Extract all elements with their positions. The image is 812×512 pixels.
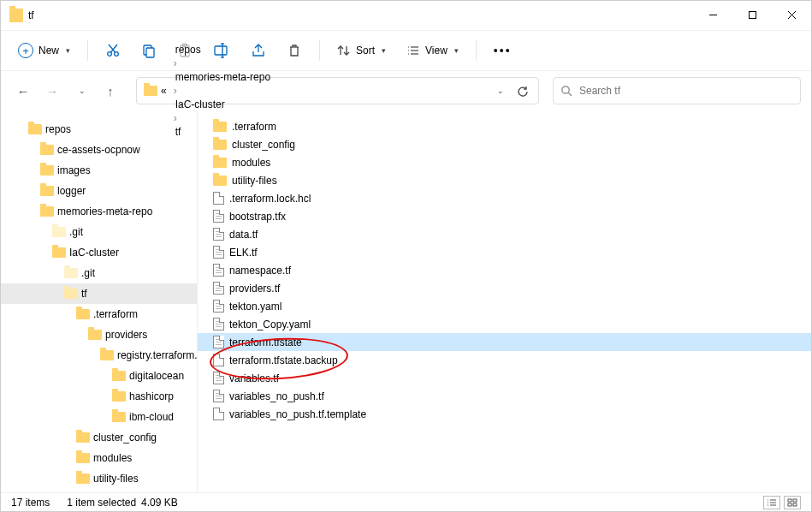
sort-button[interactable]: Sort ▾ [329, 35, 394, 66]
list-item[interactable]: cluster_config [198, 135, 811, 153]
file-name: data.tf [229, 229, 258, 241]
details-view-button[interactable] [763, 496, 780, 509]
svg-rect-32 [788, 499, 791, 502]
trash-icon [287, 43, 302, 58]
list-item[interactable]: terraform.tfstate.backup [198, 351, 811, 369]
chevron-right-icon: › [172, 85, 179, 97]
tree-item-label: tf [81, 288, 87, 300]
separator [476, 40, 477, 61]
tree-item[interactable]: modules [1, 448, 197, 468]
file-name: modules [232, 157, 270, 169]
folder-icon [112, 412, 126, 422]
list-item[interactable]: variables_no_push.tf [198, 387, 811, 405]
thumbnails-view-button[interactable] [784, 496, 801, 509]
up-button[interactable]: ↑ [98, 79, 122, 103]
tree-item[interactable]: tf [1, 283, 197, 304]
tree-item-label: cluster_config [93, 432, 157, 444]
separator [319, 40, 320, 61]
recent-button[interactable]: ⌄ [69, 79, 93, 103]
details-icon [767, 498, 777, 507]
list-item[interactable]: .terraform.lock.hcl [198, 189, 811, 207]
tree-item[interactable]: memories-meta-repo [1, 201, 197, 222]
list-item[interactable]: bootstrap.tfx [198, 207, 811, 225]
tree-item-label: IaC-cluster [69, 247, 119, 259]
folder-icon [213, 158, 227, 168]
list-item[interactable]: variables_no_push.tf.template [198, 405, 811, 423]
back-button[interactable]: ← [11, 79, 35, 103]
tree-item[interactable]: hashicorp [1, 386, 197, 407]
paste-button[interactable] [169, 35, 201, 66]
file-name: .terraform [232, 121, 276, 133]
svg-point-24 [562, 86, 569, 93]
nav-tree[interactable]: reposce-assets-ocpnowimagesloggermemorie… [1, 110, 198, 492]
tree-item[interactable]: registry.terraform. [1, 345, 197, 366]
list-item[interactable]: data.tf [198, 225, 811, 243]
file-name: tekton.yaml [229, 301, 282, 313]
tree-item-label: .terraform [93, 308, 138, 320]
refresh-icon [517, 85, 530, 98]
tree-item[interactable]: cluster_config [1, 427, 197, 448]
history-dropdown[interactable]: ⌄ [490, 79, 509, 103]
folder-icon [64, 268, 78, 278]
file-name: cluster_config [232, 139, 295, 151]
tree-item[interactable]: .terraform [1, 304, 197, 324]
close-button[interactable] [772, 1, 811, 28]
tree-item[interactable]: ce-assets-ocpnow [1, 140, 197, 160]
chevron-down-icon: ▾ [454, 46, 459, 55]
chevron-down-icon: ⌄ [497, 86, 504, 95]
svg-rect-33 [793, 499, 797, 502]
svg-rect-9 [146, 48, 154, 57]
file-name: utility-files [232, 175, 277, 187]
tree-item-label: .git [81, 267, 95, 279]
list-item[interactable]: variables.tf [198, 369, 811, 387]
folder-icon [64, 289, 78, 299]
cut-button[interactable] [97, 35, 129, 66]
search-input[interactable] [579, 85, 793, 97]
file-list[interactable]: .terraformcluster_configmodulesutility-f… [198, 110, 811, 492]
list-item[interactable]: tekton_Copy.yaml [198, 315, 811, 333]
tree-item[interactable]: repos [1, 119, 197, 140]
svg-rect-35 [793, 503, 797, 506]
delete-button[interactable] [278, 35, 311, 66]
separator [87, 40, 88, 61]
list-item[interactable]: modules [198, 153, 811, 171]
tree-item-label: ibm-cloud [129, 411, 174, 423]
list-item[interactable]: terraform.tfstate [198, 333, 811, 351]
file-name: terraform.tfstate [229, 336, 302, 348]
more-button[interactable]: ••• [485, 35, 520, 66]
view-button[interactable]: View ▾ [398, 35, 467, 66]
tree-item[interactable]: providers [1, 324, 197, 345]
svg-rect-1 [749, 11, 756, 18]
crumb-segment[interactable]: memories-meta-repo [172, 69, 274, 85]
file-name: variables_no_push.tf [229, 390, 324, 402]
search-box[interactable] [553, 77, 801, 104]
forward-button[interactable]: → [40, 79, 64, 103]
tree-item-label: utility-files [93, 473, 139, 485]
minimize-button[interactable] [693, 1, 732, 28]
tree-item[interactable]: IaC-cluster [1, 242, 197, 263]
file-icon [213, 192, 224, 205]
tree-item[interactable]: digitalocean [1, 366, 197, 386]
crumb-root[interactable]: « [140, 83, 170, 98]
refresh-button[interactable] [511, 85, 535, 98]
list-item[interactable]: providers.tf [198, 279, 811, 297]
breadcrumb[interactable]: « repos›memories-meta-repo›IaC-cluster›t… [136, 77, 539, 104]
tree-item[interactable]: images [1, 160, 197, 181]
file-icon [213, 372, 224, 384]
file-name: bootstrap.tfx [229, 211, 286, 223]
list-item[interactable]: .terraform [198, 117, 811, 135]
tree-item[interactable]: .git [1, 222, 197, 242]
list-item[interactable]: utility-files [198, 171, 811, 189]
list-item[interactable]: ELK.tf [198, 243, 811, 261]
tree-item[interactable]: utility-files [1, 468, 197, 489]
maximize-button[interactable] [732, 1, 772, 28]
list-item[interactable]: tekton.yaml [198, 297, 811, 315]
tree-item[interactable]: .git [1, 263, 197, 283]
tree-item[interactable]: logger [1, 181, 197, 201]
new-button[interactable]: + New ▾ [9, 35, 79, 66]
copy-button[interactable] [133, 35, 165, 66]
svg-point-4 [108, 52, 112, 57]
folder-icon [112, 391, 126, 402]
list-item[interactable]: namespace.tf [198, 261, 811, 279]
tree-item[interactable]: ibm-cloud [1, 407, 197, 427]
